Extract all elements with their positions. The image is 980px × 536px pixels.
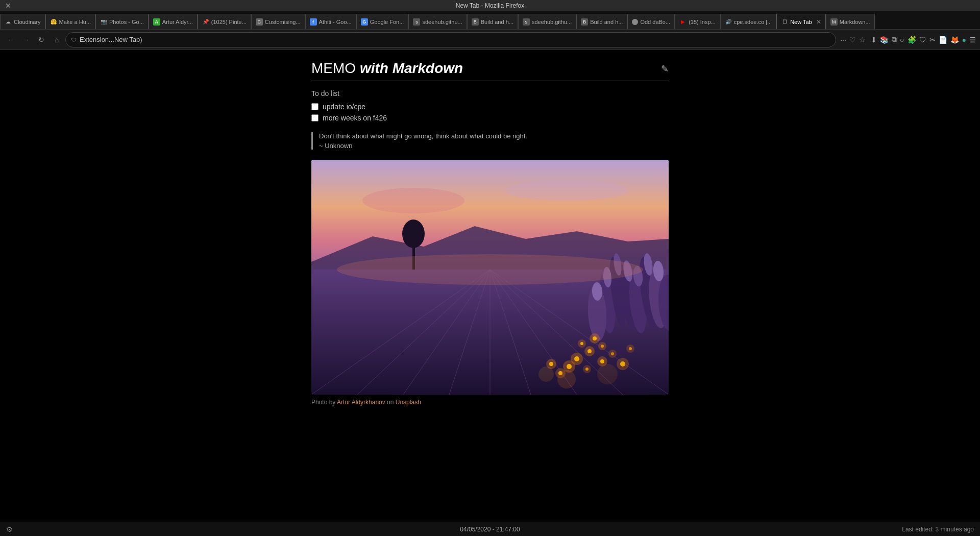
sync-tabs-icon[interactable]: ⧉ [892, 35, 897, 44]
svg-point-55 [557, 370, 576, 388]
tab-favicon: 🤗 [50, 18, 57, 26]
settings-icon[interactable]: ⚙ [6, 525, 13, 533]
tab-favicon [632, 19, 638, 25]
tab-cloudinary[interactable]: ☁ Cloudinary [0, 14, 45, 29]
tab-build2[interactable]: B Build and h... [576, 14, 627, 29]
tab-label: (15) Insp... [689, 19, 716, 25]
edit-icon: ✎ [661, 64, 669, 74]
profile-icon[interactable]: ● [962, 36, 966, 44]
title-bar-controls: ✕ [5, 2, 11, 10]
library-icon[interactable]: 📚 [880, 36, 889, 44]
todo-label-1: update io/cpe [323, 103, 365, 111]
address-input[interactable] [80, 36, 830, 43]
firefox-icon[interactable]: 🦊 [950, 36, 959, 44]
todo-checkbox-2[interactable] [311, 114, 318, 121]
photo-credit-unsplash-link[interactable]: Unsplash [396, 399, 421, 406]
tab-label: Make a Hu... [59, 19, 91, 25]
tab-photos[interactable]: 📷 Photos - Go... [95, 14, 149, 29]
edit-button[interactable]: ✎ [661, 63, 669, 75]
tab-label: New Tab [790, 19, 812, 25]
tab-favicon: s [413, 18, 420, 26]
tab-make-a-hug[interactable]: 🤗 Make a Hu... [45, 14, 95, 29]
bookmark-icon[interactable]: ☆ [859, 36, 866, 44]
screenshot-icon[interactable]: ✂ [929, 36, 936, 44]
tab-google-fonts[interactable]: G Google Fon... [356, 14, 409, 29]
tab-favicon: B [581, 18, 588, 26]
tab-close-button[interactable]: ✕ [816, 18, 821, 26]
tab-label: cpe.sdee.co |... [734, 19, 772, 25]
tab-label: sdeehub.githu... [422, 19, 462, 25]
pocket-icon[interactable]: ♡ [849, 36, 856, 44]
tab-build1[interactable]: B Build and h... [467, 14, 518, 29]
tab-favicon: 📷 [100, 18, 107, 26]
tab-label: Artur Aldyr... [162, 19, 193, 25]
todo-checkbox-1[interactable] [311, 103, 318, 110]
memo-title-row: MEMO with Markdown ✎ [311, 60, 669, 77]
tab-label: Photos - Go... [109, 19, 144, 25]
home-button[interactable]: ⌂ [50, 33, 63, 46]
tab-label: Customising... [265, 19, 301, 25]
svg-point-38 [598, 342, 606, 350]
window-close[interactable]: ✕ [5, 2, 11, 10]
memo-title-prefix: MEMO [311, 60, 360, 76]
tab-artur[interactable]: A Artur Aldyr... [149, 14, 198, 29]
extensions-icon[interactable]: 🧩 [908, 36, 916, 44]
tab-pinterest[interactable]: 📌 (1025) Pinte... [198, 14, 251, 29]
nav-right-toolbar: ⬇ 📚 ⧉ ○ 🧩 🛡 ✂ 📄 🦊 ● ☰ [871, 35, 976, 44]
pdf-icon[interactable]: 📄 [939, 36, 947, 44]
downloads-icon[interactable]: ⬇ [871, 36, 877, 44]
tab-favicon: G [361, 18, 368, 26]
menu-icon[interactable]: ☰ [969, 36, 976, 44]
forward-icon: → [22, 36, 30, 44]
memo-title-italic: with Markdown [360, 60, 463, 76]
photo-credit: Photo by Artur Aldyrkhanov on Unsplash [311, 399, 669, 406]
todo-label-2: more weeks on f426 [323, 114, 387, 122]
memo-divider [311, 81, 669, 81]
svg-point-32 [584, 346, 595, 356]
tab-label: sdeehub.githu... [532, 19, 572, 25]
photo-credit-middle: on [385, 399, 396, 406]
svg-point-34 [578, 339, 586, 348]
tab-cpe[interactable]: 🔊 cpe.sdee.co |... [720, 14, 776, 29]
address-bar-container: 🛡 Extension...New Tab) [65, 32, 836, 47]
shield-icon: 🛡 [71, 37, 77, 43]
tab-customising[interactable]: C Customising... [251, 14, 305, 29]
tab-label: Cloudinary [14, 19, 41, 25]
svg-point-50 [617, 358, 629, 370]
svg-point-44 [583, 365, 591, 373]
tab-favicon: M [830, 18, 838, 26]
tab-sdeehub2[interactable]: s sdeehub.githu... [518, 14, 576, 29]
firefox-account-icon[interactable]: ○ [900, 36, 904, 44]
svg-point-58 [337, 254, 643, 285]
blockquote: Don't think about what might go wrong, t… [311, 132, 669, 150]
more-options-icon[interactable]: ··· [840, 36, 846, 44]
tab-favicon: 📌 [202, 18, 209, 26]
status-datetime: 04/05/2020 - 21:47:00 [460, 526, 520, 533]
tab-new-tab[interactable]: ☐ New Tab ✕ [776, 14, 826, 29]
tab-label: Markdown... [840, 19, 870, 25]
status-last-edited: Last edited: 3 minutes ago [902, 526, 974, 533]
tab-odd-daboss[interactable]: Odd daBo... [627, 14, 675, 29]
tab-favicon: ☁ [5, 18, 12, 26]
tab-sdeehub1[interactable]: s sdeehub.githu... [408, 14, 467, 29]
tab-label: Athiti - Goo... [319, 19, 352, 25]
lavender-photo [311, 160, 669, 395]
memo-title: MEMO with Markdown [311, 60, 463, 77]
tab-youtube[interactable]: ▶ (15) Insp... [675, 14, 720, 29]
tab-markdown[interactable]: M Markdown... [826, 14, 875, 29]
adblocker-icon[interactable]: 🛡 [919, 36, 926, 44]
tab-athiti[interactable]: f Athiti - Goo... [305, 14, 356, 29]
reload-button[interactable]: ↻ [35, 33, 48, 46]
back-button[interactable]: ← [4, 33, 17, 46]
tab-favicon: C [256, 18, 263, 26]
tab-favicon: f [310, 18, 317, 26]
photo-credit-author-link[interactable]: Artur Aldyrkhanov [337, 399, 385, 406]
forward-button[interactable]: → [19, 33, 33, 46]
tab-favicon: B [472, 18, 479, 26]
todo-item-2: more weeks on f426 [311, 114, 669, 122]
tab-label: Odd daBo... [640, 19, 670, 25]
svg-point-28 [402, 220, 425, 248]
svg-point-52 [626, 345, 634, 353]
title-bar: ✕ New Tab - Mozilla Firefox [0, 0, 980, 11]
tab-label: Build and h... [481, 19, 513, 25]
